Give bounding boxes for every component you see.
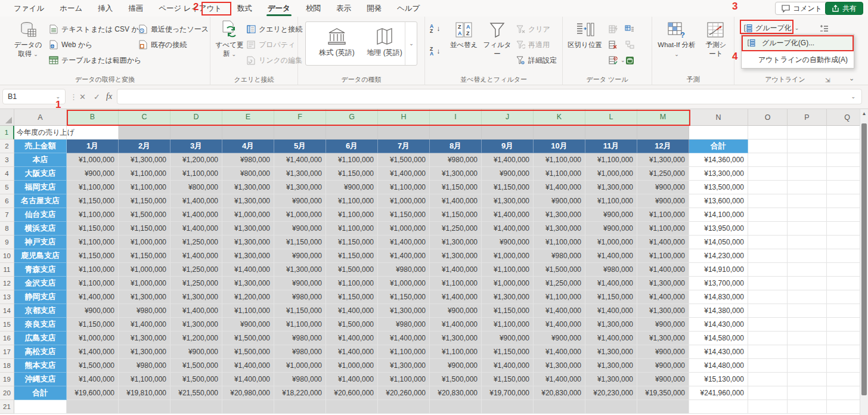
row-header-2[interactable]: 2: [0, 140, 14, 153]
cell-I14[interactable]: ¥900,000: [430, 304, 482, 318]
cell-N11[interactable]: ¥14,910,000: [689, 263, 748, 277]
cell-M9[interactable]: ¥1,400,000: [637, 236, 689, 249]
cell-A6[interactable]: 名古屋支店: [14, 194, 67, 208]
row-header-3[interactable]: 3: [0, 153, 14, 167]
cell-I3[interactable]: ¥980,000: [430, 153, 482, 167]
cell-H16[interactable]: ¥1,400,000: [378, 332, 430, 345]
cell-K20[interactable]: ¥20,830,000: [534, 386, 585, 400]
cell-L13[interactable]: ¥1,150,000: [585, 290, 637, 304]
cell-K8[interactable]: ¥1,300,000: [534, 222, 585, 236]
cell-N15[interactable]: ¥14,430,000: [689, 318, 748, 332]
row-header-18[interactable]: 18: [0, 359, 14, 373]
cell-J2[interactable]: 9月: [482, 140, 534, 153]
cell-F16[interactable]: ¥980,000: [274, 332, 326, 345]
cell-C14[interactable]: ¥980,000: [119, 304, 170, 318]
cell-I12[interactable]: ¥1,100,000: [430, 277, 482, 290]
what-if-analysis-button[interactable]: ? What-If 分析⌄: [657, 21, 696, 58]
vertical-scrollbar[interactable]: ▲: [860, 109, 868, 415]
cell-B20[interactable]: ¥19,600,000: [67, 386, 119, 400]
cell-N6[interactable]: ¥13,600,000: [689, 194, 748, 208]
cell-C13[interactable]: ¥1,300,000: [119, 290, 170, 304]
cell-G10[interactable]: ¥1,150,000: [326, 249, 378, 263]
enter-icon[interactable]: ✓: [94, 89, 100, 104]
cell-J13[interactable]: ¥1,300,000: [482, 290, 534, 304]
get-data-button[interactable]: データの取得 ⌄: [11, 20, 45, 58]
cell-L3[interactable]: ¥1,100,000: [585, 153, 637, 167]
tab-formulas[interactable]: 数式: [230, 0, 260, 17]
cell-A2[interactable]: 売上金額: [14, 140, 67, 153]
cell-M7[interactable]: ¥1,100,000: [637, 208, 689, 222]
cell-G9[interactable]: ¥1,150,000: [326, 236, 378, 249]
cell-J10[interactable]: ¥1,000,000: [482, 249, 534, 263]
cell-J12[interactable]: ¥1,000,000: [482, 277, 534, 290]
row-header-12[interactable]: 12: [0, 277, 14, 290]
cell-H10[interactable]: ¥1,400,000: [378, 249, 430, 263]
cell-N17[interactable]: ¥14,430,000: [689, 345, 748, 359]
cell-F17[interactable]: ¥980,000: [274, 345, 326, 359]
cell-J18[interactable]: ¥1,400,000: [482, 359, 534, 373]
cell-F21[interactable]: [274, 400, 326, 414]
cell-N13[interactable]: ¥14,830,000: [689, 290, 748, 304]
row-header-7[interactable]: 7: [0, 208, 14, 222]
scroll-up-icon[interactable]: ▲: [860, 111, 868, 116]
cell-H9[interactable]: ¥1,400,000: [378, 236, 430, 249]
cell-B13[interactable]: ¥1,400,000: [67, 290, 119, 304]
cell-F5[interactable]: ¥1,300,000: [274, 181, 326, 194]
cell-F18[interactable]: ¥1,000,000: [274, 359, 326, 373]
cell-O9[interactable]: [748, 236, 788, 249]
cell-I5[interactable]: ¥1,150,000: [430, 181, 482, 194]
row-header-1[interactable]: 1: [0, 126, 14, 140]
cell-K19[interactable]: ¥1,400,000: [534, 373, 585, 386]
column-header-D[interactable]: D: [170, 109, 222, 126]
cell-L8[interactable]: ¥900,000: [585, 222, 637, 236]
cell-E1[interactable]: [222, 126, 274, 140]
column-header-O[interactable]: O: [748, 109, 788, 126]
recent-sources-button[interactable]: 最近使ったソース: [138, 23, 209, 35]
cell-F6[interactable]: ¥900,000: [274, 194, 326, 208]
cell-A7[interactable]: 仙台支店: [14, 208, 67, 222]
cell-G7[interactable]: ¥1,100,000: [326, 208, 378, 222]
cell-A10[interactable]: 鹿児島支店: [14, 249, 67, 263]
row-header-5[interactable]: 5: [0, 181, 14, 194]
cell-D3[interactable]: ¥1,200,000: [170, 153, 222, 167]
cell-B21[interactable]: [67, 400, 119, 414]
cell-L18[interactable]: ¥1,300,000: [585, 359, 637, 373]
cell-F1[interactable]: [274, 126, 326, 140]
cell-P1[interactable]: [788, 126, 827, 140]
tab-help[interactable]: ヘルプ: [389, 0, 427, 17]
cell-I10[interactable]: ¥1,300,000: [430, 249, 482, 263]
cell-A8[interactable]: 横浜支店: [14, 222, 67, 236]
outline-dialog-launcher-icon[interactable]: ⇲: [825, 77, 830, 83]
cell-C8[interactable]: ¥1,150,000: [119, 222, 170, 236]
cell-K16[interactable]: ¥900,000: [534, 332, 585, 345]
cell-A5[interactable]: 福岡支店: [14, 181, 67, 194]
cell-N9[interactable]: ¥14,050,000: [689, 236, 748, 249]
cell-O1[interactable]: [748, 126, 788, 140]
cell-H11[interactable]: ¥980,000: [378, 263, 430, 277]
cell-N16[interactable]: ¥14,580,000: [689, 332, 748, 345]
edit-links-button[interactable]: リンクの編集: [246, 54, 302, 66]
cell-L15[interactable]: ¥1,300,000: [585, 318, 637, 332]
cell-N18[interactable]: ¥14,480,000: [689, 359, 748, 373]
cell-E5[interactable]: ¥1,300,000: [222, 181, 274, 194]
cell-D10[interactable]: ¥1,400,000: [170, 249, 222, 263]
cell-K13[interactable]: ¥1,100,000: [534, 290, 585, 304]
cell-D11[interactable]: ¥1,250,000: [170, 263, 222, 277]
cell-M18[interactable]: ¥900,000: [637, 359, 689, 373]
cell-F11[interactable]: ¥1,300,000: [274, 263, 326, 277]
cell-L12[interactable]: ¥1,400,000: [585, 277, 637, 290]
cell-A9[interactable]: 神戸支店: [14, 236, 67, 249]
cell-B3[interactable]: ¥1,000,000: [67, 153, 119, 167]
cell-O19[interactable]: [748, 373, 788, 386]
cell-H1[interactable]: [378, 126, 430, 140]
queries-connections-button[interactable]: クエリと接続: [246, 23, 302, 35]
cell-G15[interactable]: ¥1,500,000: [326, 318, 378, 332]
row-header-20[interactable]: 20: [0, 386, 14, 400]
row-header-9[interactable]: 9: [0, 236, 14, 249]
cell-N4[interactable]: ¥13,300,000: [689, 167, 748, 181]
tab-data[interactable]: データ: [260, 0, 298, 17]
cell-G8[interactable]: ¥1,100,000: [326, 222, 378, 236]
cell-L19[interactable]: ¥1,300,000: [585, 373, 637, 386]
cell-O18[interactable]: [748, 359, 788, 373]
cell-D5[interactable]: ¥800,000: [170, 181, 222, 194]
